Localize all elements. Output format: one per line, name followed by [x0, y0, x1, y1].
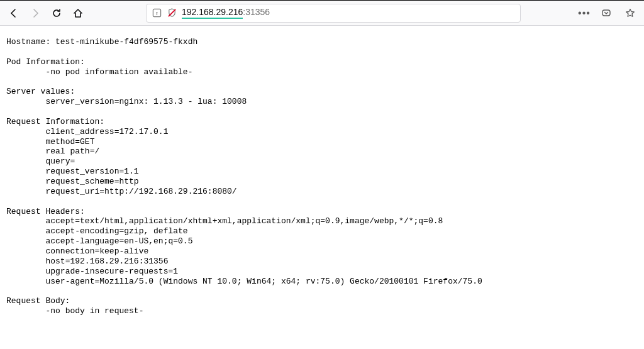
page-actions-button[interactable]: •••	[576, 3, 592, 23]
back-button[interactable]	[4, 3, 24, 23]
bookmark-star-button[interactable]	[620, 3, 640, 23]
hostname-label: Hostname:	[6, 37, 55, 47]
host-header-line: host=192.168.29.216:31356	[45, 257, 168, 266]
connection-line: connection=keep-alive	[45, 247, 148, 256]
reload-button[interactable]	[47, 3, 67, 23]
query-line: query=	[45, 157, 75, 166]
request-body-line: -no body in request-	[45, 306, 143, 316]
request-version-line: request_version=1.1	[45, 167, 138, 176]
page-content: Hostname: test-minikube-f4df69575-fkxdh …	[0, 26, 644, 328]
hostname-value: test-minikube-f4df69575-fkxdh	[55, 37, 197, 47]
addressbar-wrap: 192.168.29.216:31356	[146, 4, 521, 23]
method-line: method=GET	[45, 137, 94, 147]
url-port: :31356	[243, 7, 270, 17]
client-address-line: client_address=172.17.0.1	[45, 127, 168, 136]
save-to-pocket-button[interactable]	[596, 3, 616, 23]
addressbar[interactable]: 192.168.29.216:31356	[146, 4, 521, 23]
svg-point-1	[156, 12, 157, 13]
server-values-header: Server values:	[6, 87, 75, 96]
request-uri-line: request_uri=http://192.168.29.216:8080/	[45, 187, 236, 196]
insecure-connection-icon[interactable]	[167, 8, 177, 18]
request-info-header: Request Information:	[6, 117, 104, 126]
accept-header-line: accept=text/html,application/xhtml+xml,a…	[45, 216, 443, 226]
upgrade-insecure-line: upgrade-insecure-requests=1	[45, 267, 178, 276]
request-headers-header: Request Headers:	[6, 207, 85, 216]
request-body-header: Request Body:	[6, 296, 70, 306]
accept-encoding-line: accept-encoding=gzip, deflate	[45, 226, 187, 236]
pod-info-header: Pod Information:	[6, 57, 85, 67]
pod-info-line: -no pod information available-	[45, 67, 192, 77]
user-agent-line: user-agent=Mozilla/5.0 (Windows NT 10.0;…	[45, 277, 482, 286]
toolbar-right: •••	[576, 3, 640, 23]
real-path-line: real path=/	[45, 147, 99, 156]
home-button[interactable]	[68, 3, 88, 23]
request-scheme-line: request_scheme=http	[45, 177, 138, 186]
browser-toolbar: 192.168.29.216:31356 •••	[0, 1, 644, 26]
svg-rect-4	[602, 10, 610, 16]
forward-button	[25, 3, 45, 23]
accept-language-line: accept-language=en-US,en;q=0.5	[45, 236, 192, 246]
url-host: 192.168.29.216	[182, 7, 243, 19]
url-text: 192.168.29.216:31356	[182, 7, 270, 19]
site-identity-icon[interactable]	[152, 8, 162, 18]
svg-rect-2	[156, 13, 157, 15]
svg-line-3	[168, 9, 175, 16]
server-version-line: server_version=nginx: 1.13.3 - lua: 1000…	[45, 97, 247, 106]
